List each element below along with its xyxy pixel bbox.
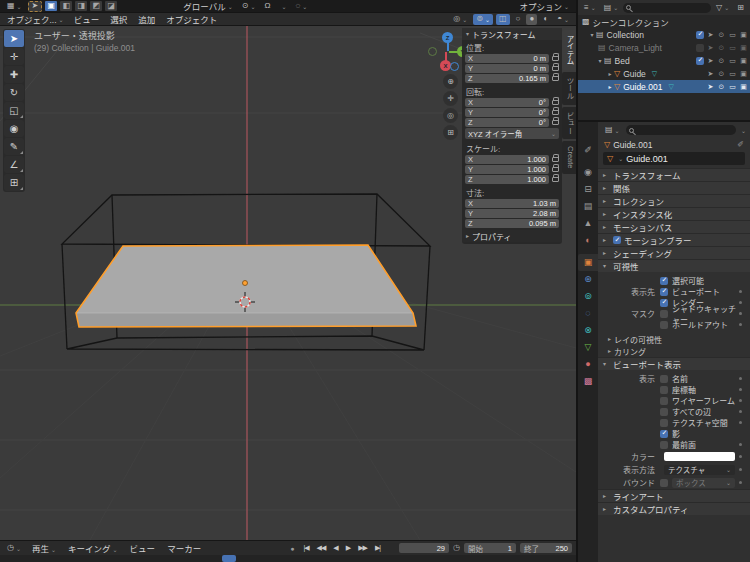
display-mode-dropdown[interactable]: ▤⌄ xyxy=(601,2,622,13)
scale-y-field[interactable]: Y1.000 xyxy=(465,165,549,174)
sidebar-tab-view[interactable]: ビュー xyxy=(562,107,576,140)
holdout-checkbox[interactable] xyxy=(660,321,668,329)
menu-timeline-view[interactable]: ビュー xyxy=(126,542,160,554)
panel-visibility[interactable]: ▾可視性 xyxy=(598,259,750,272)
annotate-tool-button[interactable]: ✎ xyxy=(4,138,24,155)
transform-tool-button[interactable]: ◉ xyxy=(4,120,24,137)
hide-eye-icon[interactable]: ⊙ xyxy=(717,83,726,90)
play-reverse-button[interactable]: ◀ xyxy=(331,544,339,552)
tab-world[interactable]: ◐ xyxy=(578,232,598,249)
motion-blur-checkbox[interactable] xyxy=(613,236,621,244)
3d-viewport[interactable]: ユーザー・透視投影 (29) Collection | Guide.001 ➤ … xyxy=(0,26,576,540)
shading-material-button[interactable]: ◐ xyxy=(540,14,551,25)
panel-collections[interactable]: ▸コレクション xyxy=(598,194,750,207)
panel-shading[interactable]: ▸シェーディング xyxy=(598,246,750,259)
rotate-tool-button[interactable]: ↻ xyxy=(4,84,24,101)
select-mode-set-button[interactable]: ▣ xyxy=(45,1,57,11)
properties-search-input[interactable] xyxy=(626,125,736,135)
lock-icon[interactable] xyxy=(552,76,559,81)
filter-dropdown[interactable]: ▽⌄ xyxy=(713,2,732,13)
lock-icon[interactable] xyxy=(552,66,559,71)
culling-subpanel[interactable]: ▸カリング xyxy=(598,345,750,357)
outliner-row-bed[interactable]: ▾ ▤ Bed ➤ ⊙ ▭ ▣ xyxy=(578,54,750,67)
outliner-row-guide[interactable]: ▸ ▽ Guide ▽ ➤ ⊙ ▭ ▣ xyxy=(578,67,750,80)
tab-modifiers[interactable]: ⊛ xyxy=(578,271,598,288)
jump-to-start-button[interactable]: |◀ xyxy=(301,544,310,552)
disable-viewport-icon[interactable]: ▭ xyxy=(728,31,737,38)
dimensions-y-field[interactable]: Y2.08 m xyxy=(465,209,559,218)
z-axis-ball[interactable]: Z xyxy=(442,32,453,43)
renders-checkbox[interactable] xyxy=(660,299,668,307)
viewports-checkbox[interactable] xyxy=(660,288,668,296)
restrict-select-icon[interactable]: ➤ xyxy=(706,44,715,51)
rotation-mode-dropdown[interactable]: XYZ オイラー角⌄ xyxy=(465,128,559,139)
panel-custom-properties[interactable]: ▸カスタムプロパティ xyxy=(598,502,750,515)
bounds-dropdown[interactable]: ボックス⌄ xyxy=(672,478,735,488)
decorator-dot[interactable] xyxy=(739,481,742,484)
sidebar-tab-tool[interactable]: ツール xyxy=(562,72,576,105)
pan-button[interactable]: ✛ xyxy=(443,91,458,106)
hide-eye-icon[interactable]: ⊙ xyxy=(717,70,726,77)
zoom-button[interactable]: ⊕ xyxy=(443,74,458,89)
shading-wireframe-button[interactable]: ○ xyxy=(513,14,524,25)
exclude-checkbox[interactable] xyxy=(696,44,704,52)
select-box-tool-button[interactable]: ➤ xyxy=(4,30,24,47)
panel-motion-paths[interactable]: ▸モーションパス xyxy=(598,220,750,233)
location-x-field[interactable]: X0 m xyxy=(465,54,549,63)
lock-icon[interactable] xyxy=(552,100,559,105)
panel-transform[interactable]: ▸トランスフォーム xyxy=(598,168,750,181)
decorator-dot[interactable] xyxy=(739,455,742,458)
frame-start-field[interactable]: 開始1 xyxy=(464,543,516,553)
lock-icon[interactable] xyxy=(552,177,559,182)
shadow-checkbox[interactable] xyxy=(660,430,668,438)
properties-editor-type-button[interactable]: ▤⌄ xyxy=(602,125,623,136)
y-axis-negative-ball[interactable] xyxy=(428,47,437,56)
sidebar-tab-create[interactable]: Create xyxy=(562,141,576,174)
scale-z-field[interactable]: Z1.000 xyxy=(465,175,549,184)
in-front-checkbox[interactable] xyxy=(660,441,668,449)
menu-marker[interactable]: マーカー xyxy=(163,542,205,554)
decorator-dot[interactable] xyxy=(739,399,742,402)
menu-add[interactable]: 追加 xyxy=(134,13,159,25)
gizmo-dropdown[interactable]: ◎⌄ xyxy=(450,14,470,25)
location-y-field[interactable]: Y0 m xyxy=(465,64,549,73)
transform-orientation-dropdown[interactable]: グローバル⌄ xyxy=(180,1,235,12)
select-mode-extend-button[interactable]: ◧ xyxy=(60,1,72,11)
options-dropdown[interactable]: オプション⌄ xyxy=(516,1,572,12)
disable-render-icon[interactable]: ▣ xyxy=(739,44,748,51)
tab-scene[interactable]: ▲ xyxy=(578,215,598,232)
disable-render-icon[interactable]: ▣ xyxy=(739,83,748,90)
restrict-select-icon[interactable]: ➤ xyxy=(706,31,715,38)
ray-visibility-subpanel[interactable]: ▸レイの可視性 xyxy=(598,333,750,345)
tab-physics[interactable]: ◌ xyxy=(578,305,598,322)
select-mode-invert-button[interactable]: ◩ xyxy=(90,1,102,11)
active-tool-button[interactable]: ➤ xyxy=(28,1,43,12)
wireframe-checkbox[interactable] xyxy=(660,397,668,405)
panel-viewport-display[interactable]: ▾ビューポート表示 xyxy=(598,357,750,370)
outliner-row-guide-001[interactable]: ▸ ▽ Guide.001 ▽ ➤ ⊙ ▭ ▣ xyxy=(578,80,750,93)
texture-space-checkbox[interactable] xyxy=(660,419,668,427)
decorator-dot[interactable] xyxy=(739,421,742,424)
panel-instancing[interactable]: ▸インスタンス化 xyxy=(598,207,750,220)
disable-viewport-icon[interactable]: ▭ xyxy=(728,70,737,77)
current-frame-field[interactable]: 29 xyxy=(399,543,449,553)
decorator-dot[interactable] xyxy=(739,312,742,315)
decorator-dot[interactable] xyxy=(739,468,742,471)
disable-render-icon[interactable]: ▣ xyxy=(739,31,748,38)
menu-select[interactable]: 選択 xyxy=(106,13,131,25)
select-mode-subtract-button[interactable]: ◨ xyxy=(75,1,87,11)
restrict-select-icon[interactable]: ➤ xyxy=(706,83,715,90)
move-tool-button[interactable]: ✚ xyxy=(4,66,24,83)
disable-render-icon[interactable]: ▣ xyxy=(739,57,748,64)
location-z-field[interactable]: Z0.165 m xyxy=(465,74,549,83)
xray-toggle-button[interactable]: ◫ xyxy=(496,14,510,25)
pin-icon[interactable]: ✐ xyxy=(737,141,744,149)
decorator-dot[interactable] xyxy=(739,443,742,446)
all-edges-checkbox[interactable] xyxy=(660,408,668,416)
decorator-dot[interactable] xyxy=(739,410,742,413)
mode-dropdown[interactable]: オブジェク...⌄ xyxy=(4,14,67,25)
decorator-dot[interactable] xyxy=(739,377,742,380)
scale-x-field[interactable]: X1.000 xyxy=(465,155,549,164)
auto-key-button[interactable]: ● xyxy=(287,543,297,554)
add-cube-tool-button[interactable]: ⊞ xyxy=(4,174,24,191)
